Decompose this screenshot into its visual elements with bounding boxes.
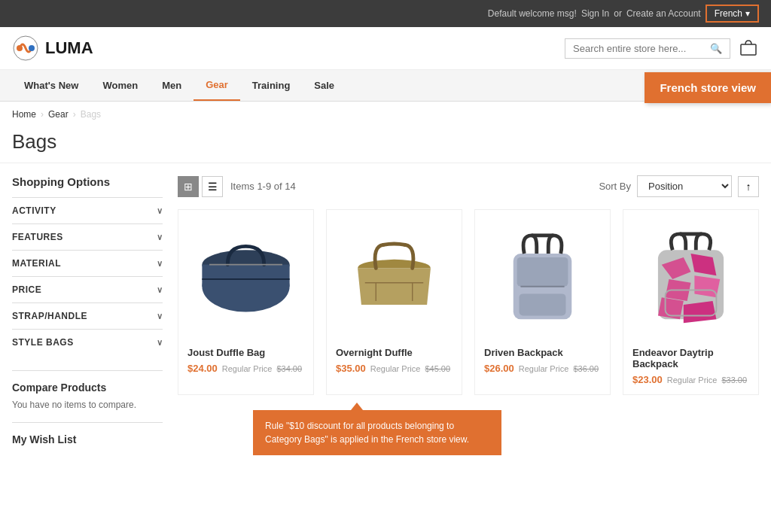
svg-rect-6 xyxy=(202,265,289,287)
chevron-down-icon: ∨ xyxy=(157,312,163,321)
filter-material: MATERIAL ∨ xyxy=(12,250,163,276)
product-price-3: $23.00 Regular Price $33.00 xyxy=(632,374,749,385)
nav-women[interactable]: Women xyxy=(90,71,150,100)
welcome-message: Default welcome msg! xyxy=(488,8,577,19)
price-current-0: $24.00 xyxy=(187,363,218,374)
product-card-overnight-duffle: Overnight Duffle $35.00 Regular Price $4… xyxy=(326,209,462,395)
search-input[interactable] xyxy=(573,43,710,54)
filter-features-header[interactable]: FEATURES ∨ xyxy=(12,224,163,250)
nav-whats-new[interactable]: What's New xyxy=(12,71,90,100)
svg-rect-13 xyxy=(517,257,568,287)
svg-point-1 xyxy=(17,45,23,51)
filter-price-header[interactable]: PRICE ∨ xyxy=(12,277,163,302)
search-icon[interactable]: 🔍 xyxy=(710,43,722,54)
site-header: LUMA 🔍 French store view xyxy=(0,27,771,70)
chevron-down-icon: ∨ xyxy=(157,206,163,216)
site-logo[interactable]: LUMA xyxy=(12,35,93,62)
view-toggle: ⊞ ☰ xyxy=(178,176,223,197)
promo-callout: Rule "$10 discount for all products belo… xyxy=(253,410,501,455)
toolbar-right: Sort By Position Product Name Price ↑ xyxy=(599,175,759,197)
nav-sale[interactable]: Sale xyxy=(302,71,346,100)
product-image-driven-backpack xyxy=(484,219,601,339)
wishlist-section: My Wish List xyxy=(12,422,163,445)
filter-style-header[interactable]: STYLE BAGS ∨ xyxy=(12,330,163,355)
filter-price: PRICE ∨ xyxy=(12,276,163,302)
french-callout: French store view xyxy=(645,72,771,103)
breadcrumb-sep2: › xyxy=(73,109,76,120)
sort-direction-button[interactable]: ↑ xyxy=(738,176,759,197)
header-right: 🔍 xyxy=(565,37,759,60)
grid-view-button[interactable]: ⊞ xyxy=(178,176,199,197)
filter-style: STYLE BAGS ∨ xyxy=(12,329,163,355)
search-box: 🔍 xyxy=(565,38,730,59)
price-regular-label-0: Regular Price xyxy=(222,364,273,373)
price-regular-2: $36.00 xyxy=(573,364,599,373)
page-title: Bags xyxy=(0,127,771,163)
price-regular-label-3: Regular Price xyxy=(667,375,718,385)
toolbar-left: ⊞ ☰ Items 1-9 of 14 xyxy=(178,176,296,197)
product-card-joust-duffle: Joust Duffle Bag $24.00 Regular Price $3… xyxy=(178,209,314,395)
chevron-down-icon: ∨ xyxy=(157,233,163,242)
product-name-3: Endeavor Daytrip Backpack xyxy=(632,347,749,369)
breadcrumb-home[interactable]: Home xyxy=(12,109,36,120)
chevron-down-icon: ∨ xyxy=(157,338,163,348)
product-name-1: Overnight Duffle xyxy=(336,347,453,358)
product-card-driven-backpack: Driven Backpack $26.00 Regular Price $36… xyxy=(474,209,611,395)
top-bar: Default welcome msg! Sign In or Create a… xyxy=(0,0,771,27)
price-regular-label-2: Regular Price xyxy=(519,364,569,373)
products-area: ⊞ ☰ Items 1-9 of 14 Sort By Position Pro… xyxy=(178,175,759,445)
filter-activity-header[interactable]: ACTIVITY ∨ xyxy=(12,198,163,223)
cart-icon[interactable] xyxy=(738,37,759,60)
product-image-endeavor-backpack xyxy=(632,219,749,339)
products-toolbar: ⊞ ☰ Items 1-9 of 14 Sort By Position Pro… xyxy=(178,175,759,197)
product-price-1: $35.00 Regular Price $45.00 xyxy=(336,363,453,374)
svg-point-2 xyxy=(29,45,35,51)
cart-svg xyxy=(738,37,759,58)
sort-select[interactable]: Position Product Name Price xyxy=(637,175,732,197)
price-current-1: $35.00 xyxy=(336,363,366,374)
breadcrumb-sep1: › xyxy=(41,109,44,120)
price-regular-0: $34.00 xyxy=(276,364,302,373)
svg-rect-15 xyxy=(520,293,566,315)
svg-rect-3 xyxy=(741,44,756,55)
create-account-link[interactable]: Create an Account xyxy=(626,8,701,19)
wishlist-title: My Wish List xyxy=(12,433,163,445)
shopping-options-title: Shopping Options xyxy=(12,175,163,188)
product-name-2: Driven Backpack xyxy=(484,347,601,358)
filter-features: FEATURES ∨ xyxy=(12,223,163,250)
price-regular-3: $33.00 xyxy=(721,375,747,385)
compare-empty: You have no items to compare. xyxy=(12,400,163,410)
breadcrumb: Home › Gear › Bags xyxy=(0,102,771,127)
logo-icon xyxy=(12,35,39,62)
product-name-0: Joust Duffle Bag xyxy=(187,347,304,358)
compare-section: Compare Products You have no items to co… xyxy=(12,370,163,410)
list-view-button[interactable]: ☰ xyxy=(202,176,223,197)
main-layout: Shopping Options ACTIVITY ∨ FEATURES ∨ M… xyxy=(0,163,771,458)
filter-strap-header[interactable]: STRAP/HANDLE ∨ xyxy=(12,303,163,329)
items-count: Items 1-9 of 14 xyxy=(230,181,296,192)
filter-activity: ACTIVITY ∨ xyxy=(12,197,163,223)
svg-marker-23 xyxy=(684,301,717,323)
chevron-down-icon: ∨ xyxy=(157,285,163,295)
product-card-endeavor-backpack: Endeavor Daytrip Backpack $23.00 Regular… xyxy=(623,209,759,395)
signin-link[interactable]: Sign In xyxy=(581,8,609,19)
compare-title: Compare Products xyxy=(12,382,163,394)
price-regular-label-1: Regular Price xyxy=(370,364,421,373)
price-regular-1: $45.00 xyxy=(425,364,450,373)
filter-strap: STRAP/HANDLE ∨ xyxy=(12,302,163,329)
french-dropdown-button[interactable]: French ▾ xyxy=(705,5,759,23)
chevron-down-icon: ∨ xyxy=(157,259,163,269)
nav-gear[interactable]: Gear xyxy=(194,70,240,101)
product-price-2: $26.00 Regular Price $36.00 xyxy=(484,363,601,374)
or-separator: or xyxy=(614,8,622,19)
nav-training[interactable]: Training xyxy=(240,71,303,100)
product-image-overnight-duffle xyxy=(336,219,453,339)
filter-material-header[interactable]: MATERIAL ∨ xyxy=(12,251,163,276)
product-grid: Joust Duffle Bag $24.00 Regular Price $3… xyxy=(178,209,759,395)
breadcrumb-current: Bags xyxy=(81,109,101,120)
sidebar: Shopping Options ACTIVITY ∨ FEATURES ∨ M… xyxy=(12,175,163,445)
nav-men[interactable]: Men xyxy=(150,71,194,100)
product-image-joust-duffle xyxy=(187,219,304,339)
breadcrumb-gear[interactable]: Gear xyxy=(48,109,69,120)
price-current-3: $23.00 xyxy=(632,374,663,385)
